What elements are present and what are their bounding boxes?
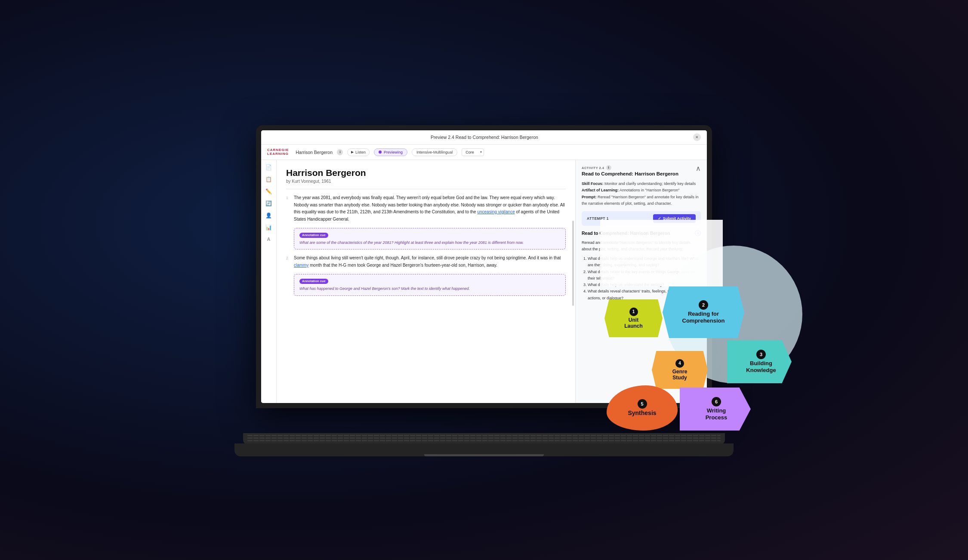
activity-header: ACTIVITY 2.4 ℹ Read to Comprehend: Harri… — [582, 165, 701, 176]
sidebar-icon-text[interactable]: A — [267, 237, 271, 242]
sidebar-icon-list[interactable]: 📋 — [265, 176, 272, 182]
annotation-cue-1: Annotation cue What are some of the char… — [294, 228, 566, 249]
segment-6-num: 6 — [712, 397, 721, 406]
right-panel: ACTIVITY 2.4 ℹ Read to Comprehend: Harri… — [576, 160, 707, 403]
close-button[interactable]: ✕ — [693, 133, 701, 141]
bullet-4: What details reveal characters' traits, … — [588, 288, 701, 302]
annotation-cue-text-2: What has happened to George and Hazel Be… — [299, 286, 560, 292]
window-title: Preview 2.4 Read to Comprehend: Harrison… — [431, 135, 538, 140]
sidebar-icon-chart[interactable]: 📊 — [265, 225, 272, 231]
check-icon: ✓ — [658, 216, 661, 221]
doc-author: by Kurt Vonnegut, 1961 — [286, 179, 566, 184]
link-clammy[interactable]: clammy — [294, 263, 308, 268]
toolbar: CARNEGIE LEARNING Harrison Bergeron ℹ ▶ … — [261, 145, 707, 160]
info-icon[interactable]: ℹ — [337, 149, 343, 155]
activity-details: Skill Focus: Monitor and clarify underst… — [582, 181, 701, 207]
document-title-toolbar: Harrison Bergeron — [296, 150, 333, 155]
scroll-indicator — [572, 221, 574, 306]
activity-info-icon[interactable]: ℹ — [606, 165, 611, 170]
title-bar: Preview 2.4 Read to Comprehend: Harrison… — [261, 130, 707, 145]
activity-title: Read to Comprehend: Harrison Bergeron — [582, 171, 678, 176]
sidebar-icon-edit[interactable]: ✏️ — [265, 188, 272, 194]
segment-building: 3 BuildingKnowledge — [727, 340, 792, 383]
collapse-button[interactable]: ∧ — [696, 165, 701, 172]
bullet-3: What details help us understand the sett… — [588, 282, 701, 288]
previewing-button[interactable]: Previewing — [374, 148, 407, 156]
activity-section: Read to Comprehend: Harrison Bergeron ℹ … — [582, 230, 701, 302]
preview-dot-icon — [379, 151, 382, 154]
segment-3-num: 3 — [756, 350, 766, 359]
activity-section-title: Read to Comprehend: Harrison Bergeron — [582, 231, 670, 236]
paragraph-2: 2 Some things about living still weren't… — [286, 255, 566, 269]
activity-body: Reread and annotate "Harrison Bergeron" … — [582, 240, 701, 252]
sidebar-icon-users[interactable]: 👤 — [265, 212, 272, 218]
sidebar-icon-document[interactable]: 📄 — [265, 164, 272, 170]
app-window: Preview 2.4 Read to Comprehend: Harrison… — [261, 130, 707, 403]
annotation-cue-2: Annotation cue What has happened to Geor… — [294, 274, 566, 295]
core-selector-wrapper: Core ▾ — [462, 148, 484, 156]
annotation-cue-label-1: Annotation cue — [299, 233, 328, 238]
submit-activity-button[interactable]: ✓ Submit Activity — [653, 214, 696, 223]
annotation-cue-label-2: Annotation cue — [299, 279, 328, 284]
attempt-bar: ATTEMPT 1 ✓ Submit Activity — [582, 211, 701, 226]
segment-6-label: WritingProcess — [706, 407, 728, 421]
bullet-2: What details relate to the key events or… — [588, 269, 701, 282]
attempt-label: ATTEMPT 1 — [587, 216, 609, 221]
listen-button[interactable]: ▶ Listen — [347, 148, 370, 156]
annotation-cue-text-1: What are some of the characteristics of … — [299, 240, 560, 246]
play-icon: ▶ — [351, 150, 354, 154]
core-select[interactable]: Core — [462, 148, 484, 156]
sidebar-icon-refresh[interactable]: 🔄 — [265, 200, 272, 206]
activity-bullets: What details help us understand George a… — [582, 255, 701, 302]
paragraph-1: 1 The year was 2081, and everybody was f… — [286, 194, 566, 223]
section-info-icon[interactable]: ℹ — [695, 230, 701, 236]
document-area: Harrison Bergeron by Kurt Vonnegut, 1961… — [277, 160, 576, 403]
left-sidebar: 📄 📋 ✏️ 🔄 👤 📊 A — [261, 160, 277, 403]
brand-logo: CARNEGIE LEARNING — [267, 148, 289, 156]
para-num-1: 1 — [286, 195, 290, 223]
activity-number: ACTIVITY 2.4 ℹ — [582, 165, 678, 170]
segment-3-label: BuildingKnowledge — [746, 360, 776, 373]
intensive-button[interactable]: Intensive-Multilingual — [412, 148, 457, 156]
para-num-2: 2 — [286, 255, 290, 269]
bullet-1: What details help us understand George a… — [588, 255, 701, 269]
segment-5-label: Synthesis — [628, 409, 656, 417]
doc-divider — [286, 189, 566, 189]
doc-title: Harrison Bergeron — [286, 168, 566, 178]
link-vigilance[interactable]: unceasing vigilance — [477, 209, 515, 214]
